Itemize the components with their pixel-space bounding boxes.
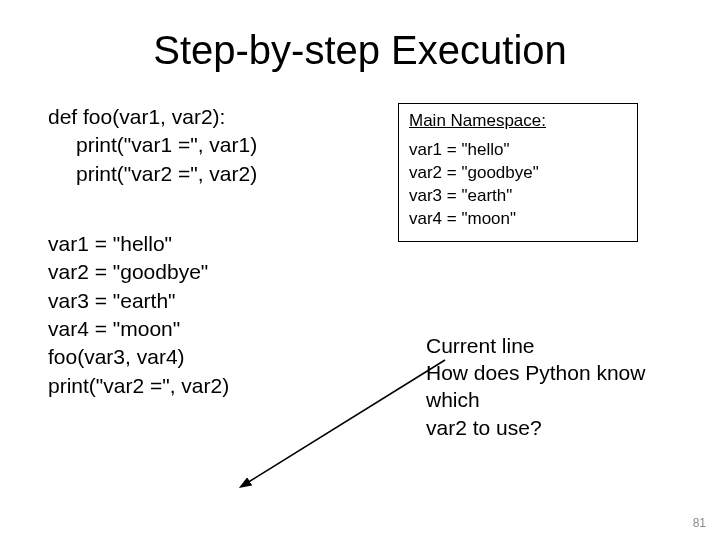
question-line: var2 to use? (426, 414, 680, 441)
question-line: Current line (426, 332, 680, 359)
code-line: var1 = "hello" (48, 230, 388, 258)
namespace-box: Main Namespace: var1 = "hello" var2 = "g… (398, 103, 638, 242)
namespace-entry: var3 = "earth" (409, 185, 627, 208)
slide-title: Step-by-step Execution (0, 28, 720, 73)
code-line: foo(var3, var4) (48, 343, 388, 371)
question-block: Current line How does Python know which … (398, 332, 680, 441)
question-line: How does Python know which (426, 359, 680, 414)
code-line: def foo(var1, var2): (48, 103, 388, 131)
page-number: 81 (693, 516, 706, 530)
namespace-entry: var1 = "hello" (409, 139, 627, 162)
code-line: var2 = "goodbye" (48, 258, 388, 286)
namespace-title: Main Namespace: (409, 110, 627, 133)
code-line: print("var1 =", var1) (48, 131, 388, 159)
namespace-entry: var4 = "moon" (409, 208, 627, 231)
code-line: var4 = "moon" (48, 315, 388, 343)
code-block-main: var1 = "hello" var2 = "goodbye" var3 = "… (48, 230, 388, 400)
code-line-current: print("var2 =", var2) (48, 372, 388, 400)
content-row: def foo(var1, var2): print("var1 =", var… (0, 103, 720, 441)
namespace-entry: var2 = "goodbye" (409, 162, 627, 185)
right-column: Main Namespace: var1 = "hello" var2 = "g… (388, 103, 680, 441)
code-column: def foo(var1, var2): print("var1 =", var… (48, 103, 388, 441)
code-line: print("var2 =", var2) (48, 160, 388, 188)
code-line: var3 = "earth" (48, 287, 388, 315)
